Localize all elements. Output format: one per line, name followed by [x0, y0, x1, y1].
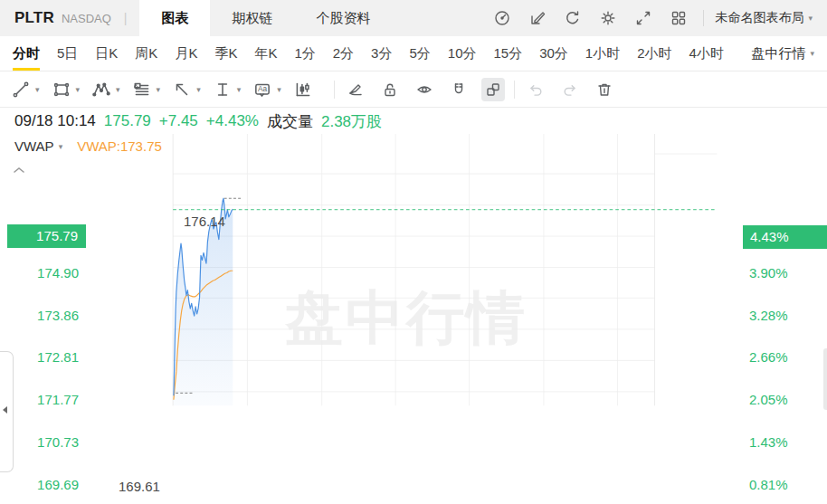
indicator-value: VWAP:173.75: [77, 138, 162, 154]
performance-gauge-icon[interactable]: [492, 8, 512, 28]
trend-line-tool[interactable]: ▾: [11, 80, 40, 100]
undo-icon[interactable]: [524, 78, 547, 101]
toolbar-separator: [334, 81, 335, 99]
timeframe-item[interactable]: 3分: [371, 36, 392, 71]
header-bar: PLTR NASDAQ | 图表期权链个股资料 未命名图表布局 ▾: [0, 0, 827, 36]
header-tab[interactable]: 期权链: [210, 0, 294, 36]
quote-change-pct: +4.43%: [206, 112, 259, 130]
timeframe-items: 分时5日日K周K月K季K年K1分2分3分5分10分15分30分1小时2小时4小时: [13, 36, 741, 71]
refresh-icon[interactable]: [563, 8, 583, 28]
timeframe-item[interactable]: 2分: [333, 36, 354, 71]
delete-trash-icon[interactable]: [593, 78, 616, 101]
timeframe-item[interactable]: 5分: [409, 36, 430, 71]
timeframe-item[interactable]: 4小时: [689, 36, 724, 71]
edit-chart-icon[interactable]: [528, 8, 547, 28]
measure-tool[interactable]: ▾: [213, 80, 242, 100]
timeframe-item[interactable]: 周K: [135, 36, 157, 71]
timeframe-bar: 分时5日日K周K月K季K年K1分2分3分5分10分15分30分1小时2小时4小时…: [0, 36, 827, 71]
chevron-down-icon: ▾: [808, 14, 813, 23]
chevron-down-icon: ▾: [810, 49, 814, 58]
magnet-icon[interactable]: [447, 78, 471, 101]
trading-app-window: PLTR NASDAQ | 图表期权链个股资料 未命名图表布局 ▾: [0, 0, 827, 504]
chevron-down-icon: ▾: [277, 85, 281, 94]
chart-canvas[interactable]: [0, 134, 827, 504]
symbol-ticker: PLTR: [14, 9, 54, 27]
header-tab[interactable]: 个股资料: [294, 0, 392, 36]
unlock-icon[interactable]: [378, 78, 402, 101]
header-spacer: [392, 0, 492, 36]
market-view-label: 盘中行情: [751, 45, 805, 62]
chevron-down-icon: ▾: [157, 85, 161, 94]
indicator-name: VWAP: [14, 138, 54, 154]
timeframe-item[interactable]: 年K: [254, 36, 277, 71]
timeframe-item[interactable]: 月K: [175, 36, 197, 71]
layout-name-label: 未命名图表布局: [715, 10, 803, 26]
chevron-down-icon: ▾: [237, 85, 242, 94]
layout-grid-icon[interactable]: [669, 8, 689, 28]
toolbar-actions: [344, 78, 505, 101]
symbol-group: PLTR NASDAQ |: [0, 0, 139, 36]
header-icons: [492, 0, 692, 36]
volume-value: 2.38万股: [321, 111, 382, 132]
draw-mode-icon[interactable]: [344, 78, 367, 101]
header-tab[interactable]: 图表: [139, 0, 210, 36]
timeframe-item[interactable]: 日K: [95, 36, 118, 71]
quote-datetime: 09/18 10:14: [14, 112, 96, 130]
arrow-tool[interactable]: ▾: [172, 80, 201, 100]
redo-icon[interactable]: [558, 78, 582, 101]
drawing-toolbar: ▾ ▾ ▾ ▾ ▾ ▾ Aa ▾: [0, 71, 827, 108]
timeframe-item[interactable]: 2小时: [637, 36, 671, 71]
sync-drawings-icon[interactable]: [481, 78, 505, 101]
header-tabs: 图表期权链个股资料: [139, 0, 392, 36]
svg-text:Aa: Aa: [258, 85, 268, 93]
chevron-down-icon: ▾: [59, 142, 63, 151]
gann-lines-tool[interactable]: ▾: [132, 80, 161, 100]
chevron-down-icon: ▾: [196, 85, 201, 94]
header-separator: [703, 10, 704, 26]
visibility-eye-icon[interactable]: [413, 78, 436, 101]
market-view-selector[interactable]: 盘中行情 ▾: [751, 36, 814, 71]
collapse-panel-chevron[interactable]: [12, 162, 26, 171]
right-edge-strip: [823, 348, 827, 410]
settings-gear-icon[interactable]: [598, 8, 618, 28]
fullscreen-icon[interactable]: [633, 8, 653, 28]
timeframe-item[interactable]: 分时: [13, 36, 40, 71]
chevron-down-icon: ▾: [76, 85, 81, 94]
toolbar-separator: [514, 81, 515, 99]
volume-label: 成交量: [267, 111, 313, 132]
chart-area: 盘中行情 VWAP ▾ VWAP:173.75 174.903.90%173.8…: [0, 134, 827, 504]
timeframe-item[interactable]: 5日: [57, 36, 78, 71]
header-divider: |: [124, 11, 128, 25]
wave-pattern-tool[interactable]: ▾: [91, 80, 120, 100]
timeframe-item[interactable]: 15分: [493, 36, 522, 71]
timeframe-item[interactable]: 30分: [539, 36, 568, 71]
quote-bar: 09/18 10:14 175.79 +7.45 +4.43% 成交量 2.38…: [0, 108, 827, 135]
left-drawer-handle[interactable]: [0, 351, 14, 472]
timeframe-item[interactable]: 季K: [214, 36, 237, 71]
timeframe-item[interactable]: 1分: [294, 36, 315, 71]
timeframe-item[interactable]: 10分: [448, 36, 477, 71]
text-annotation-tool[interactable]: Aa ▾: [252, 80, 281, 100]
rectangle-tool[interactable]: ▾: [52, 80, 81, 100]
quote-price: 175.79: [104, 112, 151, 130]
chevron-down-icon: ▾: [35, 85, 40, 94]
toolbar-history: [524, 78, 616, 101]
chevron-down-icon: ▾: [116, 85, 120, 94]
timeframe-item[interactable]: 1小时: [585, 36, 620, 71]
exchange-label: NASDAQ: [62, 12, 111, 25]
indicator-legend[interactable]: VWAP ▾ VWAP:173.75: [14, 138, 162, 154]
candlestick-pattern-tool[interactable]: [293, 80, 313, 100]
quote-change: +7.45: [159, 112, 198, 130]
chart-layout-selector[interactable]: 未命名图表布局 ▾: [715, 0, 827, 36]
drawer-grip-icon: [3, 406, 7, 414]
